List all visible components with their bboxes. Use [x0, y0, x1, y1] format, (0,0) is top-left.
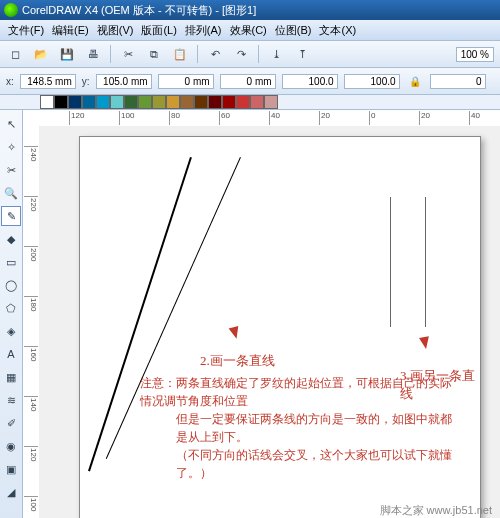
ruler-tick: 120	[69, 111, 84, 125]
ruler-tick: 160	[24, 346, 38, 361]
open-icon[interactable]: 📂	[32, 45, 50, 63]
scale-x-value[interactable]: 100.0	[282, 74, 338, 89]
menu-arrange[interactable]: 排列(A)	[181, 23, 226, 38]
ruler-tick: 20	[319, 111, 330, 125]
ruler-tick: 20	[419, 111, 430, 125]
separator	[110, 45, 111, 63]
ruler-tick: 0	[369, 111, 375, 125]
annotation-arrow-2-icon	[419, 336, 431, 350]
ruler-tick: 40	[269, 111, 280, 125]
color-swatch[interactable]	[236, 95, 250, 109]
ruler-corner	[23, 110, 40, 127]
export-icon[interactable]: ⤒	[293, 45, 311, 63]
note-line-1: 注意：两条直线确定了罗纹的起始位置，可根据自己的实际情况调节角度和位置	[140, 374, 460, 410]
note-line-3: （不同方向的话线会交叉，这个大家也可以试下就懂了。）	[140, 446, 460, 482]
color-swatch[interactable]	[54, 95, 68, 109]
undo-icon[interactable]: ↶	[206, 45, 224, 63]
copy-icon[interactable]: ⧉	[145, 45, 163, 63]
color-swatch[interactable]	[194, 95, 208, 109]
drawn-line-3b[interactable]	[425, 197, 426, 327]
separator	[258, 45, 259, 63]
print-icon[interactable]: 🖶	[84, 45, 102, 63]
pick-tool-icon[interactable]: ↖	[1, 114, 21, 134]
ruler-tick: 200	[24, 246, 38, 261]
color-swatch[interactable]	[68, 95, 82, 109]
ruler-tick: 40	[469, 111, 480, 125]
fill-tool-icon[interactable]: ▣	[1, 459, 21, 479]
menu-layout[interactable]: 版面(L)	[137, 23, 180, 38]
menu-file[interactable]: 文件(F)	[4, 23, 48, 38]
zoom-level[interactable]: 100 %	[456, 47, 494, 62]
new-icon[interactable]: ◻	[6, 45, 24, 63]
polygon-tool-icon[interactable]: ⬠	[1, 298, 21, 318]
basic-shapes-icon[interactable]: ◈	[1, 321, 21, 341]
height-value[interactable]: 0 mm	[220, 74, 276, 89]
y-value[interactable]: 105.0 mm	[96, 74, 152, 89]
menu-effects[interactable]: 效果(C)	[226, 23, 271, 38]
shape-tool-icon[interactable]: ✧	[1, 137, 21, 157]
save-icon[interactable]: 💾	[58, 45, 76, 63]
ruler-tick: 180	[24, 296, 38, 311]
color-swatch[interactable]	[180, 95, 194, 109]
color-swatch[interactable]	[110, 95, 124, 109]
eyedropper-icon[interactable]: ✐	[1, 413, 21, 433]
import-icon[interactable]: ⤓	[267, 45, 285, 63]
cut-icon[interactable]: ✂	[119, 45, 137, 63]
ruler-tick: 100	[24, 496, 38, 511]
app-logo-icon	[4, 3, 18, 17]
lock-icon[interactable]: 🔒	[406, 72, 424, 90]
y-label: y:	[82, 76, 90, 87]
ruler-tick: 120	[24, 446, 38, 461]
menu-bar: 文件(F) 编辑(E) 视图(V) 版面(L) 排列(A) 效果(C) 位图(B…	[0, 20, 500, 41]
outline-tool-icon[interactable]: ◉	[1, 436, 21, 456]
horizontal-ruler: 1201008060402002040	[39, 110, 500, 127]
standard-toolbar: ◻ 📂 💾 🖶 ✂ ⧉ 📋 ↶ ↷ ⤓ ⤒ 100 %	[0, 41, 500, 68]
color-swatch[interactable]	[250, 95, 264, 109]
color-swatch[interactable]	[222, 95, 236, 109]
x-label: x:	[6, 76, 14, 87]
menu-edit[interactable]: 编辑(E)	[48, 23, 93, 38]
ruler-tick: 220	[24, 196, 38, 211]
toolbox: ↖ ✧ ✂ 🔍 ✎ ◆ ▭ ◯ ⬠ ◈ A ▦ ≋ ✐ ◉ ▣ ◢	[0, 110, 23, 518]
color-swatch[interactable]	[166, 95, 180, 109]
drawing-canvas[interactable]: 2.画一条直线 3.画另一条直线 注意：两条直线确定了罗纹的起始位置，可根据自己…	[39, 126, 500, 518]
rotation-value[interactable]: 0	[430, 74, 486, 89]
color-swatch[interactable]	[96, 95, 110, 109]
x-value[interactable]: 148.5 mm	[20, 74, 76, 89]
ruler-tick: 140	[24, 396, 38, 411]
color-swatch[interactable]	[82, 95, 96, 109]
color-swatch[interactable]	[264, 95, 278, 109]
rectangle-tool-icon[interactable]: ▭	[1, 252, 21, 272]
canvas-area: 1201008060402002040 24022020018016014012…	[23, 110, 500, 518]
paste-icon[interactable]: 📋	[171, 45, 189, 63]
color-swatch[interactable]	[138, 95, 152, 109]
text-tool-icon[interactable]: A	[1, 344, 21, 364]
menu-bitmap[interactable]: 位图(B)	[271, 23, 316, 38]
main-area: ↖ ✧ ✂ 🔍 ✎ ◆ ▭ ◯ ⬠ ◈ A ▦ ≋ ✐ ◉ ▣ ◢ 120100…	[0, 110, 500, 518]
ellipse-tool-icon[interactable]: ◯	[1, 275, 21, 295]
color-swatch[interactable]	[40, 95, 54, 109]
menu-text[interactable]: 文本(X)	[315, 23, 360, 38]
freehand-tool-icon[interactable]: ✎	[1, 206, 21, 226]
redo-icon[interactable]: ↷	[232, 45, 250, 63]
interactive-fill-icon[interactable]: ◢	[1, 482, 21, 502]
drawn-line-3a[interactable]	[390, 197, 391, 327]
annotation-note: 注意：两条直线确定了罗纹的起始位置，可根据自己的实际情况调节角度和位置 但是一定…	[140, 374, 460, 482]
color-swatch[interactable]	[208, 95, 222, 109]
crop-tool-icon[interactable]: ✂	[1, 160, 21, 180]
window-title: CorelDRAW X4 (OEM 版本 - 不可转售) - [图形1]	[22, 4, 256, 16]
menu-view[interactable]: 视图(V)	[93, 23, 138, 38]
table-tool-icon[interactable]: ▦	[1, 367, 21, 387]
separator	[197, 45, 198, 63]
smart-fill-icon[interactable]: ◆	[1, 229, 21, 249]
blend-tool-icon[interactable]: ≋	[1, 390, 21, 410]
width-value[interactable]: 0 mm	[158, 74, 214, 89]
zoom-tool-icon[interactable]: 🔍	[1, 183, 21, 203]
window-titlebar: CorelDRAW X4 (OEM 版本 - 不可转售) - [图形1]	[0, 0, 500, 20]
vertical-ruler: 240220200180160140120100	[23, 126, 40, 518]
color-swatch[interactable]	[152, 95, 166, 109]
color-swatch[interactable]	[124, 95, 138, 109]
ruler-tick: 100	[119, 111, 134, 125]
scale-y-value[interactable]: 100.0	[344, 74, 400, 89]
page: 2.画一条直线 3.画另一条直线 注意：两条直线确定了罗纹的起始位置，可根据自己…	[79, 136, 481, 518]
